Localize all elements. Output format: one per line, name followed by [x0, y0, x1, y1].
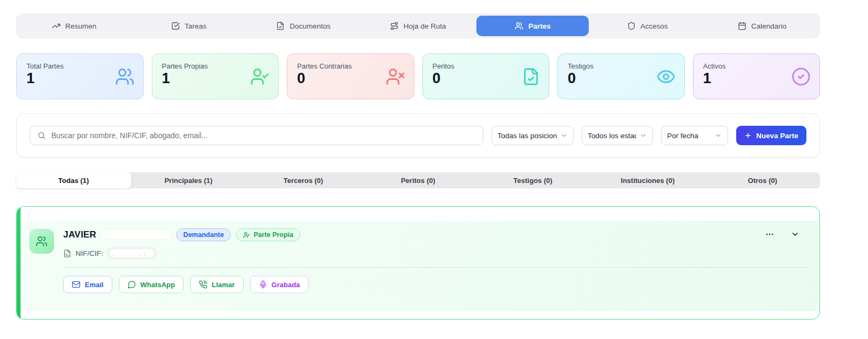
tab-resumen[interactable]: Resumen: [18, 16, 130, 36]
button-label: WhatsApp: [140, 281, 175, 289]
circle-check-icon: [791, 67, 811, 86]
button-label: Email: [85, 281, 104, 289]
segment-label: Peritos (0): [401, 177, 435, 185]
tab-label: Documentos: [290, 22, 331, 30]
tab-tareas[interactable]: Tareas: [132, 16, 245, 36]
party-card: JAVIER Demandante Parte Propia NIF/CIF:: [16, 206, 820, 320]
user-check-icon: [243, 232, 250, 239]
file-text-icon: [63, 249, 71, 257]
eye-icon: [656, 67, 676, 86]
page-content: Resumen Tareas Documentos Hoja de Ruta P…: [16, 13, 820, 320]
stat-card-testigos: Testigos 0: [557, 53, 685, 99]
email-button[interactable]: Email: [63, 276, 112, 293]
stats-row: Total Partes 1 Partes Propias 1 Partes C…: [16, 53, 820, 99]
segment-terceros[interactable]: Terceros (0): [246, 172, 361, 188]
type-badge: Parte Propia: [236, 228, 300, 241]
expand-card-button[interactable]: [790, 229, 800, 240]
button-label: Llamar: [212, 281, 235, 289]
shield-icon: [627, 22, 636, 30]
party-card-accent-bar: [17, 207, 21, 319]
tab-calendario[interactable]: Calendario: [706, 16, 818, 36]
search-input[interactable]: [51, 131, 476, 140]
segment-label: Todas (1): [58, 177, 89, 185]
segment-peritos[interactable]: Peritos (0): [361, 172, 476, 188]
tab-label: Calendario: [751, 22, 786, 30]
ellipsis-icon: [765, 229, 775, 239]
party-main: JAVIER Demandante Parte Propia NIF/CIF:: [63, 228, 300, 259]
role-badge-label: Demandante: [183, 231, 224, 239]
party-avatar: [29, 229, 54, 254]
button-label: Nueva Parte: [756, 132, 798, 140]
file-icon: [276, 22, 285, 30]
tab-label: Tareas: [185, 22, 207, 30]
segment-label: Instituciones (0): [621, 177, 675, 185]
segment-todas[interactable]: Todas (1): [16, 172, 131, 188]
stat-card-partes-contrarias: Partes Contrarias 0: [287, 53, 414, 99]
stat-card-activos: Activos 1: [693, 53, 820, 99]
check-square-icon: [171, 22, 180, 30]
more-options-button[interactable]: [764, 228, 776, 240]
nif-label: NIF/CIF:: [76, 249, 103, 257]
phone-call-icon: [199, 280, 207, 289]
chevron-down-icon: [640, 132, 647, 139]
filters-toolbar: Todas las posiciones Todos los estados P…: [16, 113, 820, 158]
dropdown-value: Por fecha: [667, 132, 698, 140]
stat-card-peritos: Peritos 0: [422, 53, 550, 99]
party-card-body: JAVIER Demandante Parte Propia NIF/CIF:: [21, 221, 818, 311]
segment-label: Terceros (0): [284, 177, 323, 185]
party-card-controls: [764, 228, 800, 240]
tab-label: Accesos: [641, 22, 668, 30]
segment-label: Testigos (0): [514, 177, 553, 185]
tab-label: Hoja de Ruta: [403, 22, 446, 30]
file-check-icon: [522, 67, 540, 86]
segment-otros[interactable]: Otros (0): [705, 172, 820, 188]
tab-documentos[interactable]: Documentos: [247, 16, 360, 36]
segment-label: Otros (0): [748, 177, 777, 185]
party-type-segments: Todas (1) Principales (1) Terceros (0) P…: [16, 172, 820, 188]
sort-filter-dropdown[interactable]: Por fecha: [661, 126, 728, 145]
call-button[interactable]: Llamar: [190, 276, 244, 293]
main-tab-bar: Resumen Tareas Documentos Hoja de Ruta P…: [16, 13, 820, 38]
redacted-surname: [102, 231, 171, 239]
dashed-divider: [63, 267, 806, 268]
route-icon: [390, 22, 399, 30]
new-party-button[interactable]: Nueva Parte: [736, 126, 806, 145]
mail-icon: [72, 280, 80, 289]
type-badge-label: Parte Propia: [253, 231, 293, 239]
segment-label: Principales (1): [164, 177, 212, 185]
plus-icon: [744, 132, 752, 139]
tab-label: Partes: [528, 22, 550, 30]
segment-principales[interactable]: Principales (1): [131, 172, 246, 188]
button-label: Grabada: [272, 281, 300, 289]
trending-up-icon: [52, 22, 60, 30]
search-box: [30, 126, 483, 145]
user-x-icon: [386, 67, 405, 86]
user-check-icon: [250, 67, 270, 86]
search-icon: [37, 131, 46, 140]
message-circle-icon: [127, 280, 136, 289]
recorded-button[interactable]: Grabada: [250, 276, 309, 293]
calendar-icon: [738, 22, 746, 30]
party-name: JAVIER: [63, 229, 96, 240]
chevron-down-icon: [791, 230, 799, 239]
chevron-down-icon: [715, 132, 722, 139]
tab-label: Resumen: [65, 22, 97, 30]
dropdown-value: Todas las posiciones: [497, 132, 557, 140]
tab-partes-active[interactable]: Partes: [476, 16, 589, 36]
segment-instituciones[interactable]: Instituciones (0): [590, 172, 705, 188]
stat-card-partes-propias: Partes Propias 1: [152, 53, 279, 99]
dropdown-value: Todos los estados: [588, 132, 636, 140]
party-actions: Email WhatsApp Llamar Grabada: [21, 276, 818, 293]
users-icon: [115, 67, 134, 86]
position-filter-dropdown[interactable]: Todas las posiciones: [492, 126, 574, 145]
chevron-down-icon: [560, 132, 568, 139]
redacted-nif-value: . . :: [107, 247, 156, 259]
status-filter-dropdown[interactable]: Todos los estados: [582, 126, 653, 145]
segment-testigos[interactable]: Testigos (0): [475, 172, 590, 188]
whatsapp-button[interactable]: WhatsApp: [119, 276, 184, 293]
stat-card-total-partes: Total Partes 1: [16, 53, 144, 99]
tab-accesos[interactable]: Accesos: [591, 16, 703, 36]
microphone-icon: [259, 280, 267, 289]
tab-hoja-de-ruta[interactable]: Hoja de Ruta: [362, 16, 474, 36]
role-badge: Demandante: [176, 228, 231, 241]
